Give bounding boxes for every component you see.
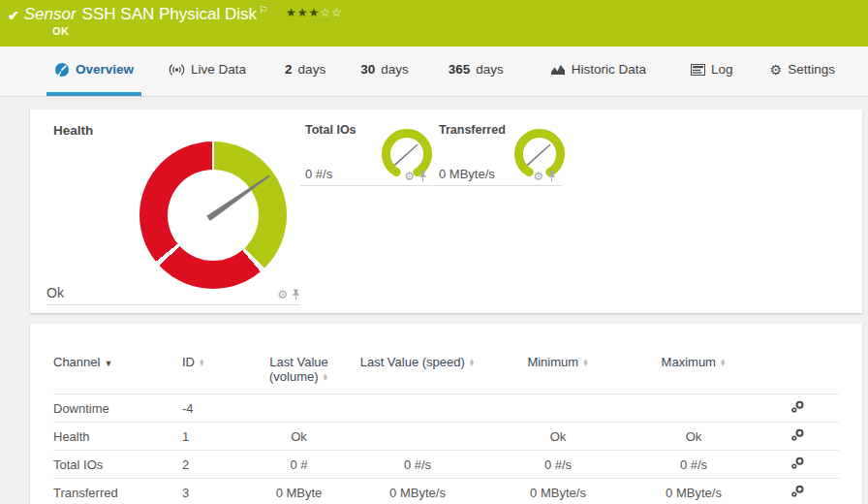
tab-30-days[interactable]: 30 days (353, 47, 417, 96)
channel-settings-icon[interactable] (790, 428, 805, 445)
transferred-value: 0 MByte/s (439, 167, 495, 181)
maximum: 0 MByte/s (631, 479, 757, 504)
channels-table: Channel▼ ID▲▼ Last Value (volume)▲▼ Last… (53, 353, 839, 504)
tab-label: days (381, 62, 409, 77)
transferred-gauge-block: Transferred 0 MByte/s ⚙ (434, 121, 562, 186)
sort-icon: ▲▼ (720, 359, 726, 365)
health-gauge-title: Health (53, 123, 93, 138)
tab-2-days[interactable]: 2 days (277, 47, 333, 96)
channel-settings-icon[interactable] (790, 400, 805, 417)
channel-name: Health (53, 423, 182, 451)
last-value-speed: 0 #/s (350, 451, 485, 479)
tab-365-days[interactable]: 365 days (441, 47, 512, 96)
channel-id: 2 (182, 451, 248, 479)
pin-icon[interactable] (547, 171, 556, 182)
sort-icon: ▲▼ (582, 359, 588, 365)
tab-settings[interactable]: ⚙ Settings (762, 47, 843, 96)
column-header-channel[interactable]: Channel▼ (53, 353, 182, 394)
priority-flag-icon[interactable]: ⚐ (259, 4, 268, 16)
tab-bar: Overview Live Data 2 days 30 days 365 da… (0, 47, 868, 97)
sort-icon: ▲▼ (323, 373, 328, 380)
channel-settings-icon[interactable] (790, 485, 805, 501)
column-label: Channel (53, 355, 100, 369)
total-ios-gauge-block: Total IOs 0 #/s ⚙ (300, 121, 433, 186)
column-label: ID (182, 355, 195, 369)
overview-gauges-panel: Health Ok ⚙ Total IOs 0 # (30, 110, 862, 313)
sort-desc-icon: ▼ (104, 359, 112, 368)
star-filled-icon[interactable]: ★★★ (286, 6, 320, 19)
table-row-health: Health 1 Ok Ok Ok (53, 423, 839, 451)
health-status-text: Ok (46, 285, 64, 300)
pin-icon[interactable] (418, 171, 427, 182)
maximum: Ok (631, 423, 757, 451)
tab-label: Live Data (191, 62, 246, 77)
tab-live-data[interactable]: Live Data (161, 47, 254, 96)
tab-label: days (298, 62, 326, 77)
last-value-speed (350, 423, 485, 451)
priority-stars[interactable]: ★★★☆☆ (286, 6, 343, 19)
channel-id: 3 (182, 479, 248, 504)
column-header-last-value-speed[interactable]: Last Value (speed)▲▼ (350, 353, 485, 394)
tab-label: days (476, 62, 504, 77)
total-ios-value: 0 #/s (305, 167, 332, 181)
minimum: 0 #/s (485, 451, 631, 479)
channel-settings-icon[interactable] (790, 457, 805, 473)
ok-check-icon: ✔ (8, 8, 19, 23)
area-chart-icon (550, 63, 566, 76)
total-ios-title: Total IOs (305, 123, 356, 137)
content-area: Health Ok ⚙ Total IOs 0 # (0, 97, 868, 504)
broadcast-icon (169, 63, 185, 77)
channel-name: Downtime (53, 394, 182, 423)
minimum: Ok (485, 423, 631, 451)
tab-label: Overview (76, 62, 134, 77)
column-label: Maximum (662, 355, 716, 369)
sort-icon: ▲▼ (199, 359, 204, 365)
column-header-actions (757, 353, 839, 394)
channels-table-panel: Channel▼ ID▲▼ Last Value (volume)▲▼ Last… (30, 324, 862, 504)
sensor-kind-label: Sensor (24, 5, 77, 24)
tab-overview[interactable]: Overview (46, 47, 141, 96)
pin-icon[interactable] (292, 289, 300, 300)
channel-id: 1 (182, 423, 248, 451)
last-value-speed (350, 394, 485, 423)
status-badge: OK (52, 25, 69, 37)
column-header-last-value-volume[interactable]: Last Value (volume)▲▼ (248, 353, 350, 394)
tab-label: Settings (788, 62, 835, 77)
maximum (631, 394, 757, 423)
gear-icon: ⚙ (770, 63, 783, 77)
last-value-volume: Ok (248, 423, 350, 451)
gear-icon[interactable]: ⚙ (533, 171, 543, 182)
column-header-minimum[interactable]: Minimum▲▼ (485, 353, 631, 394)
sensor-header: ✔ Sensor SSH SAN Physical Disk ⚐ ★★★☆☆ O… (0, 0, 868, 47)
table-row-downtime: Downtime -4 (53, 394, 839, 423)
health-gauge-needle (140, 142, 287, 289)
column-header-maximum[interactable]: Maximum▲▼ (631, 353, 757, 394)
tab-number: 2 (285, 62, 293, 77)
health-gauge-donut (140, 142, 287, 289)
transferred-title: Transferred (439, 123, 506, 137)
tab-number: 30 (360, 62, 375, 77)
sort-icon: ▲▼ (469, 359, 475, 365)
channel-id: -4 (182, 394, 248, 423)
minimum (485, 394, 631, 423)
maximum: 0 #/s (631, 451, 757, 479)
star-empty-icon[interactable]: ☆☆ (320, 6, 343, 19)
last-value-volume: 0 MByte (248, 479, 350, 504)
table-row-total-ios: Total IOs 2 0 # 0 #/s 0 #/s 0 #/s (53, 451, 839, 479)
log-icon (691, 64, 705, 76)
last-value-volume (248, 394, 350, 423)
health-gauge-footer: Ok ⚙ (46, 285, 300, 305)
column-label: Minimum (527, 355, 578, 369)
channel-name: Total IOs (53, 451, 182, 479)
column-label: Last Value (volume) (269, 355, 328, 384)
tab-historic-data[interactable]: Historic Data (542, 47, 654, 96)
tab-log[interactable]: Log (683, 47, 741, 96)
table-row-transferred: Transferred 3 0 MByte 0 MByte/s 0 MByte/… (53, 479, 839, 504)
gear-icon[interactable]: ⚙ (404, 171, 415, 182)
gear-icon[interactable]: ⚙ (277, 289, 288, 300)
tab-label: Log (711, 62, 733, 77)
column-header-id[interactable]: ID▲▼ (182, 353, 248, 394)
tab-number: 365 (449, 62, 471, 77)
minimum: 0 MByte/s (485, 479, 631, 504)
column-label: Last Value (speed) (360, 355, 465, 369)
